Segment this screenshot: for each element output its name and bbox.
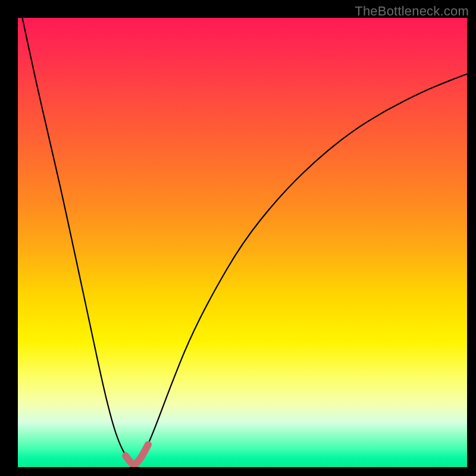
watermark-label: TheBottleneck.com: [355, 4, 469, 19]
chart-frame: TheBottleneck.com: [0, 0, 476, 476]
plot-background-gradient: [18, 18, 467, 467]
